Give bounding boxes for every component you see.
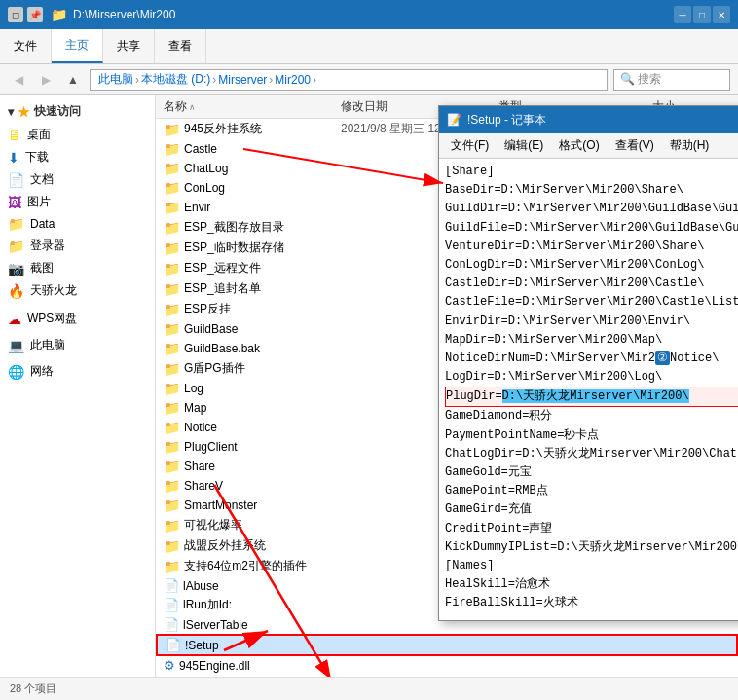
back-button[interactable]: ◀ (8, 69, 29, 91)
path-mirserver[interactable]: Mirserver (218, 73, 267, 87)
sidebar-item-data[interactable]: 📁 Data (0, 213, 155, 235)
plugdir-line: PlugDir=D:\天骄火龙Mirserver\Mir200\ (445, 387, 738, 407)
ribbon-tab-share[interactable]: 共享 (103, 29, 155, 63)
desktop-icon: 🖥 (8, 128, 21, 143)
sidebar-item-wps[interactable]: ☁ WPS网盘 (0, 308, 155, 330)
doc-icon: 📄 (8, 172, 24, 188)
ribbon-tab-home[interactable]: 主页 (52, 29, 103, 63)
folder-icon: 📁 (164, 261, 180, 276)
file-row-945engine[interactable]: ⚙945Engine.dll (156, 656, 738, 675)
folder-icon: 📁 (164, 161, 180, 176)
folder-icon: 📁 (164, 281, 180, 297)
sidebar-item-capture[interactable]: 📷 截图 (0, 257, 155, 279)
maximize-button[interactable]: □ (693, 6, 711, 23)
folder-icon: 📁 (164, 478, 180, 494)
ribbon-tab-view[interactable]: 查看 (155, 29, 206, 63)
notepad-menu: 文件(F) 编辑(E) 格式(O) 查看(V) 帮助(H) (439, 133, 738, 159)
chevron-icon: ▾ (8, 105, 14, 119)
menu-format[interactable]: 格式(O) (551, 133, 607, 158)
sidebar-label-wps: WPS网盘 (27, 311, 147, 327)
minimize-button[interactable]: ─ (674, 6, 691, 23)
menu-help[interactable]: 帮助(H) (662, 133, 718, 158)
sidebar-label-data: Data (30, 217, 147, 231)
menu-file[interactable]: 文件(F) (443, 133, 497, 158)
sidebar-item-this-pc[interactable]: 💻 此电脑 (0, 334, 155, 356)
notepad-title-text: !Setup - 记事本 (467, 112, 738, 129)
path-local-disk[interactable]: 本地磁盘 (D:) (141, 71, 210, 88)
menu-edit[interactable]: 编辑(E) (497, 133, 551, 158)
download-icon: ⬇ (8, 150, 19, 166)
quick-access-label: 快速访问 (34, 103, 81, 120)
sidebar-item-tianjiao[interactable]: 🔥 天骄火龙 (0, 279, 155, 302)
pin-icon[interactable]: 📌 (27, 7, 43, 22)
text-file-icon: 📄 (164, 617, 179, 632)
folder-icon: 📁 (164, 400, 180, 416)
sidebar-item-download[interactable]: ⬇ 下载 (0, 146, 155, 168)
forward-button[interactable]: ▶ (35, 69, 56, 91)
folder-icon: 📁 (164, 420, 180, 435)
folder-icon: 📁 (164, 141, 180, 157)
quick-access-header[interactable]: ▾ ★ 快速访问 (0, 99, 155, 124)
file-row-isetup[interactable]: 📄!Setup (156, 634, 738, 656)
sidebar-item-network[interactable]: 🌐 网络 (0, 360, 155, 383)
fire-icon: 🔥 (8, 283, 24, 299)
this-pc-icon: 💻 (8, 338, 24, 353)
sidebar-label-desktop: 桌面 (27, 127, 147, 143)
title-bar: ◻ 📌 📁 D:\Mirserver\Mir200 ─ □ ✕ (0, 0, 738, 29)
sidebar-item-login[interactable]: 📁 登录器 (0, 235, 155, 257)
content-share-header: [Share] BaseDir=D:\MirServer\Mir200\Shar… (445, 165, 738, 384)
ribbon-tab-file[interactable]: 文件 (0, 29, 52, 63)
folder-icon: 📁 (164, 180, 180, 196)
notepad-app-icon: 📝 (447, 113, 461, 127)
sidebar-label-network: 网络 (30, 363, 147, 380)
notepad-content[interactable]: [Share] BaseDir=D:\MirServer\Mir200\Shar… (439, 159, 738, 620)
sidebar: ▾ ★ 快速访问 🖥 桌面 ⬇ 下载 📄 文档 🖼 图片 📁 (0, 95, 156, 677)
content-rest: GameDiamond=积分 PaymentPointName=秒卡点 Chat… (445, 409, 738, 620)
capture-icon: 📷 (8, 261, 24, 276)
window-title: D:\Mirserver\Mir200 (73, 8, 674, 21)
path-this-pc[interactable]: 此电脑 (98, 71, 133, 88)
path-sep-3: › (269, 73, 273, 87)
up-button[interactable]: ▲ (62, 69, 84, 91)
data-icon: 📁 (8, 216, 24, 232)
sidebar-label-images: 图片 (27, 194, 147, 210)
folder-icon: 📁 (164, 439, 180, 455)
folder-icon: 📁 (164, 321, 180, 337)
folder-icon: 📁 (164, 341, 180, 356)
text-file-icon: 📄 (164, 598, 179, 612)
ribbon: 文件 主页 共享 查看 (0, 29, 738, 64)
folder-icon: 📁 (164, 200, 180, 215)
folder-icon: 📁 (164, 538, 180, 554)
sidebar-label-docs: 文档 (30, 171, 147, 188)
folder-icon: 📁 (51, 7, 67, 22)
folder-icon: 📁 (164, 381, 180, 396)
search-box[interactable]: 🔍 搜索 (613, 69, 730, 91)
folder-icon: 📁 (164, 122, 180, 137)
app-window: ◻ 📌 📁 D:\Mirserver\Mir200 ─ □ ✕ 文件 主页 共享… (0, 0, 738, 700)
path-sep-4: › (313, 73, 316, 87)
folder-icon: 📁 (164, 459, 180, 474)
sidebar-item-desktop[interactable]: 🖥 桌面 (0, 124, 155, 146)
sidebar-item-images[interactable]: 🖼 图片 (0, 191, 155, 213)
star-icon: ★ (18, 104, 30, 120)
path-sep-2: › (212, 73, 216, 87)
address-path[interactable]: 此电脑 › 本地磁盘 (D:) › Mirserver › Mir200 › (90, 69, 608, 91)
file-area: 名称 ∧ 修改日期 类型 大小 📁945反外挂系统 2021/9/8 星期三 1… (156, 95, 738, 677)
path-mir200[interactable]: Mir200 (275, 73, 311, 87)
text-file-icon: 📄 (166, 638, 181, 652)
close-button[interactable]: ✕ (713, 6, 730, 23)
main-layout: ▾ ★ 快速访问 🖥 桌面 ⬇ 下载 📄 文档 🖼 图片 📁 (0, 95, 738, 677)
menu-view[interactable]: 查看(V) (608, 133, 662, 158)
folder-icon: 📁 (164, 302, 180, 317)
sidebar-label-this-pc: 此电脑 (30, 337, 147, 353)
title-bar-icons: ◻ 📌 (8, 7, 43, 22)
status-item-count: 28 个项目 (10, 682, 56, 696)
quick-access-icon[interactable]: ◻ (8, 7, 23, 22)
sidebar-item-docs[interactable]: 📄 文档 (0, 168, 155, 191)
col-header-name[interactable]: 名称 ∧ (164, 98, 339, 115)
sidebar-label-tianjiao: 天骄火龙 (30, 282, 147, 299)
folder-icon: 📁 (164, 497, 180, 513)
status-bar: 28 个项目 (0, 677, 738, 700)
sidebar-label-login: 登录器 (30, 238, 147, 254)
folder-icon: 📁 (164, 220, 180, 236)
